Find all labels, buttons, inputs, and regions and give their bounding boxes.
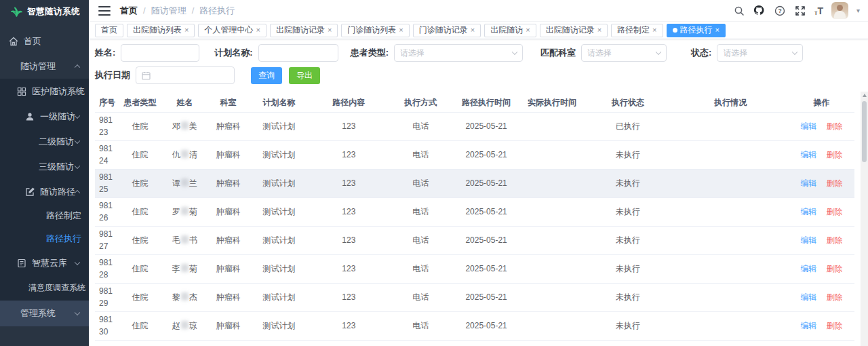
sidebar-item-admin-system[interactable]: 管理系统 xyxy=(0,301,89,326)
edit-link[interactable]: 编辑 xyxy=(801,235,817,245)
cell-actual_time xyxy=(521,169,584,197)
sidebar-item-followup-path[interactable]: 随访路径 xyxy=(0,179,89,204)
cell-status: 未执行 xyxy=(583,340,672,343)
scroll-thumb[interactable] xyxy=(862,101,867,162)
exec-date-input[interactable] xyxy=(136,66,235,84)
tab-item[interactable]: 路径执行× xyxy=(667,24,726,37)
tab-item[interactable]: 首页 xyxy=(95,24,123,37)
avatar[interactable] xyxy=(831,2,848,19)
sidebar-item-level1-followup[interactable]: 一级随访 xyxy=(0,104,89,129)
tab-item[interactable]: 路径制定× xyxy=(611,24,663,37)
delete-link[interactable]: 删除 xyxy=(827,150,843,159)
tab-close-icon[interactable]: × xyxy=(256,26,260,34)
sidebar-item-home[interactable]: 首页 xyxy=(0,28,89,54)
table-row[interactable]: 98125住院谭兰肿瘤科测试计划123电话2025-05-21未执行编辑删除 xyxy=(95,169,854,197)
patient-type-select[interactable]: 请选择 xyxy=(394,44,523,62)
chevron-down-icon xyxy=(75,310,80,315)
edit-link[interactable]: 编辑 xyxy=(801,121,817,131)
row-id: 98124 xyxy=(99,142,117,167)
sidebar-item-path-execute[interactable]: 路径执行 xyxy=(0,227,89,250)
edit-link[interactable]: 编辑 xyxy=(801,178,817,188)
help-icon[interactable]: ? xyxy=(774,5,786,17)
edit-link[interactable]: 编辑 xyxy=(801,321,817,330)
table-row[interactable]: 98128住院李菊肿瘤科测试计划123电话2025-05-21未执行编辑删除 xyxy=(95,254,854,283)
sidebar-item-medical-followup-system[interactable]: 医护随访系统 xyxy=(0,79,89,104)
filter-row-1: 姓名: 计划名称: 患者类型: 请选择 匹配科室 请选择 状态: 请选择 xyxy=(95,44,862,62)
tab-close-icon[interactable]: × xyxy=(184,26,189,34)
sidebar-item-followup-mgmt[interactable]: 随访管理 xyxy=(0,54,89,79)
tab-item[interactable]: 出院随访列表× xyxy=(127,24,195,37)
cell-type: 住院 xyxy=(118,226,162,254)
name-last: 杰 xyxy=(189,292,197,302)
delete-link[interactable]: 删除 xyxy=(827,121,843,131)
delete-link[interactable]: 删除 xyxy=(827,235,843,245)
chevron-up-icon xyxy=(75,64,80,69)
table-row[interactable]: 98124住院仇清肿瘤科测试计划123电话2025-05-21未执行编辑删除 xyxy=(95,140,854,169)
chevron-down-icon xyxy=(75,163,80,168)
sidebar-item-smart-cloud[interactable]: 智慧云库 xyxy=(0,250,89,275)
caret-down-icon[interactable]: ▾ xyxy=(856,7,860,14)
breadcrumb-followup-mgmt[interactable]: 随访管理 xyxy=(151,5,186,17)
tab-close-icon[interactable]: × xyxy=(597,26,601,34)
tab-close-icon[interactable]: × xyxy=(526,26,530,34)
github-icon[interactable] xyxy=(753,5,766,17)
search-button[interactable]: 查询 xyxy=(251,67,282,84)
status-select[interactable]: 请选择 xyxy=(717,44,803,62)
cell-plan: 测试计划 xyxy=(250,254,309,283)
cell-plan: 测试计划 xyxy=(250,283,309,311)
plan-name-input[interactable] xyxy=(258,44,338,62)
name-input[interactable] xyxy=(121,44,199,62)
cell-type: 住院 xyxy=(118,283,162,311)
table-row[interactable]: 98123住院邓美肿瘤科测试计划123电话2025-05-21已执行编辑删除 xyxy=(95,112,854,140)
search-icon[interactable] xyxy=(733,5,745,17)
cell-status: 未执行 xyxy=(583,197,672,226)
tab-item[interactable]: 个人管理中心× xyxy=(198,24,266,37)
sidebar-item-level2-followup[interactable]: 二级随访 xyxy=(0,129,89,154)
sidebar-item-path-create[interactable]: 路径制定 xyxy=(0,204,89,227)
fullscreen-icon[interactable] xyxy=(794,5,806,17)
delete-link[interactable]: 删除 xyxy=(827,264,843,273)
edit-link[interactable]: 编辑 xyxy=(801,292,817,302)
user-icon xyxy=(25,112,35,121)
delete-link[interactable]: 删除 xyxy=(827,321,843,330)
cell-ops: 编辑删除 xyxy=(789,112,854,140)
name-first: 邓 xyxy=(172,121,180,131)
table-row[interactable]: 98127住院毛书肿瘤科测试计划123电话2025-05-21未执行编辑删除 xyxy=(95,226,854,254)
breadcrumb-home[interactable]: 首页 xyxy=(120,5,138,17)
tab-item[interactable]: 出院随访× xyxy=(484,24,536,37)
cell-method: 电话 xyxy=(389,340,452,343)
edit-link[interactable]: 编辑 xyxy=(801,264,817,273)
sidebar-item-level3-followup[interactable]: 三级随访 xyxy=(0,154,89,179)
cell-status: 未执行 xyxy=(583,169,672,197)
cell-actual_time xyxy=(521,283,584,311)
tab-close-icon[interactable]: × xyxy=(471,26,475,34)
table-scrollbar[interactable] xyxy=(861,92,868,346)
table-row[interactable]: 98126住院罗菊肿瘤科测试计划123电话2025-05-21未执行编辑删除 xyxy=(95,197,854,226)
app-title: 智慧随访系统 xyxy=(27,6,80,18)
tab-close-icon[interactable]: × xyxy=(399,26,403,34)
delete-link[interactable]: 删除 xyxy=(827,292,843,302)
table-row[interactable]: 98130住院赵琼肿瘤科测试计划123电话2025-05-21未执行编辑删除 xyxy=(95,311,854,340)
tab-item[interactable]: 门诊随访记录× xyxy=(413,24,481,37)
tab-close-icon[interactable]: × xyxy=(652,26,656,34)
edit-link[interactable]: 编辑 xyxy=(801,207,817,216)
dept-select[interactable]: 请选择 xyxy=(581,44,667,62)
hamburger-icon[interactable] xyxy=(98,6,111,16)
tab-item[interactable]: 出院随访记录× xyxy=(540,24,608,37)
delete-link[interactable]: 删除 xyxy=(827,207,843,216)
cell-status: 未执行 xyxy=(583,311,672,340)
tab-close-icon[interactable]: × xyxy=(328,26,332,34)
delete-link[interactable]: 删除 xyxy=(827,178,843,188)
edit-link[interactable]: 编辑 xyxy=(801,150,817,159)
tab-item[interactable]: 出院随访记录× xyxy=(270,24,338,37)
table-row[interactable]: 98131住院肿瘤科测试计划123电话2025-05-21未执行编辑删除 xyxy=(95,340,854,343)
tab-close-icon[interactable]: × xyxy=(715,26,719,34)
fontsize-icon[interactable]: тT xyxy=(814,5,823,16)
tab-item[interactable]: 门诊随访列表× xyxy=(341,24,409,37)
table-row[interactable]: 98129住院黎杰肿瘤科测试计划123电话2025-05-21未执行编辑删除 xyxy=(95,283,854,311)
export-button[interactable]: 导出 xyxy=(289,67,320,84)
scroll-up-icon[interactable] xyxy=(863,94,867,97)
sidebar-item-satisfaction-survey[interactable]: 满意度调查系统 xyxy=(0,275,89,301)
cell-id: 98125 xyxy=(95,169,118,197)
name-redacted xyxy=(181,121,189,130)
